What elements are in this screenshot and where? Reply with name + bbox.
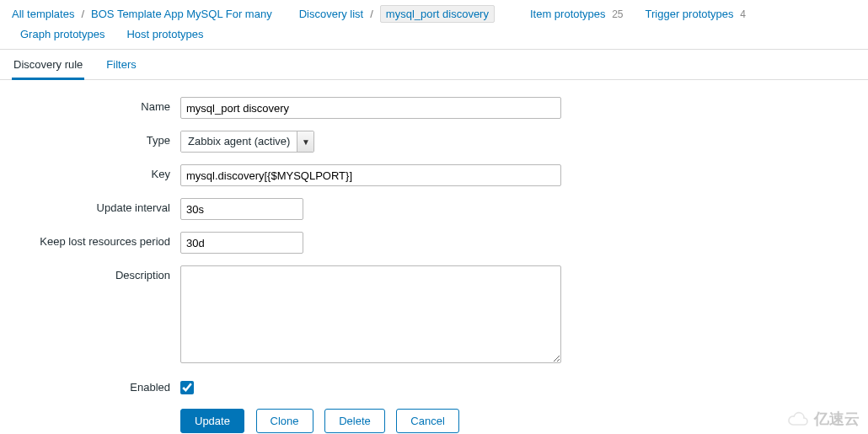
tabs: Discovery rule Filters (0, 49, 868, 80)
nav-count: 4 (737, 8, 746, 20)
label-keep-lost: Keep lost resources period (12, 232, 180, 248)
top-nav: All templates / BOS Template App MySQL F… (0, 0, 868, 49)
nav-label: Item prototypes (530, 8, 606, 20)
type-selected-value: Zabbix agent (active) (181, 131, 297, 152)
nav-count: 25 (608, 8, 623, 20)
clone-button[interactable]: Clone (256, 409, 313, 433)
label-update-interval: Update interval (12, 198, 180, 214)
nav-trigger-prototypes[interactable]: Trigger prototypes 4 (637, 8, 754, 20)
chevron-down-icon: ▼ (297, 131, 313, 152)
form: Name Type Zabbix agent (active) ▼ Key Up… (0, 80, 868, 434)
cancel-button[interactable]: Cancel (396, 409, 458, 433)
label-type: Type (12, 131, 180, 147)
breadcrumb-separator: / (368, 8, 375, 20)
label-key: Key (12, 164, 180, 180)
label-description: Description (12, 265, 180, 281)
label-name: Name (12, 97, 180, 113)
name-input[interactable] (180, 97, 561, 119)
label-enabled: Enabled (12, 378, 180, 394)
type-select[interactable]: Zabbix agent (active) ▼ (180, 131, 314, 153)
breadcrumb-template[interactable]: BOS Template App MySQL For many (91, 8, 272, 20)
update-button[interactable]: Update (180, 409, 244, 433)
keep-lost-input[interactable] (180, 232, 303, 254)
breadcrumb-discovery-list[interactable]: Discovery list (299, 8, 364, 20)
nav-graph-prototypes[interactable]: Graph prototypes (12, 28, 113, 40)
enabled-checkbox[interactable] (180, 381, 194, 394)
description-textarea[interactable] (180, 265, 561, 363)
breadcrumb-current: mysql_port discovery (380, 5, 495, 23)
tab-filters[interactable]: Filters (104, 50, 137, 79)
key-input[interactable] (180, 164, 561, 186)
breadcrumb-separator: / (79, 8, 86, 20)
nav-label: Trigger prototypes (646, 8, 734, 20)
delete-button[interactable]: Delete (324, 409, 385, 433)
nav-item-prototypes[interactable]: Item prototypes 25 (522, 8, 632, 20)
breadcrumb-all-templates[interactable]: All templates (12, 8, 74, 20)
update-interval-input[interactable] (180, 198, 303, 220)
tab-discovery-rule[interactable]: Discovery rule (12, 50, 84, 80)
nav-host-prototypes[interactable]: Host prototypes (118, 28, 212, 40)
